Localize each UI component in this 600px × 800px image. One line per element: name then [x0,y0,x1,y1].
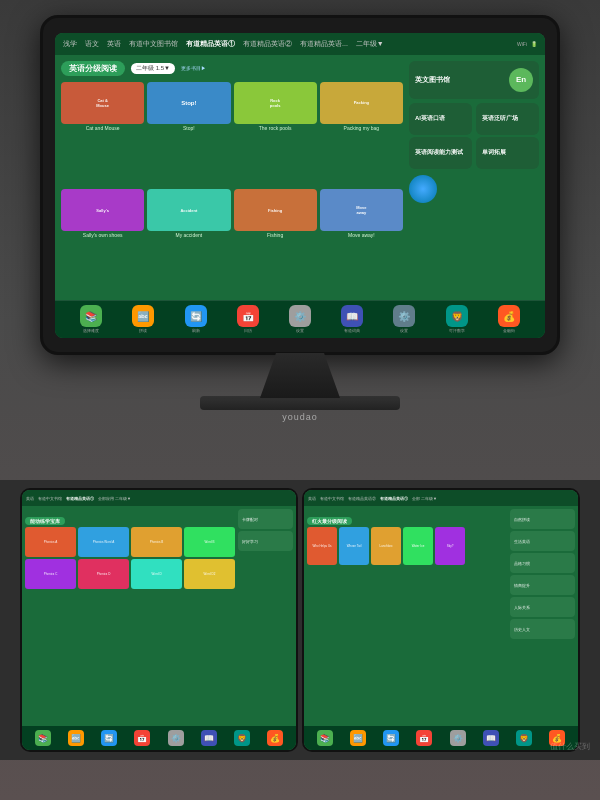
book-packing[interactable]: Packing Packing my bag [320,82,403,187]
bl-book-5[interactable]: Phonics C [25,559,76,589]
book-title-2: Stop! [183,125,195,131]
br-book-3[interactable]: Lunchbox [371,527,401,565]
bottom-tablets-section: 英语 有道中文书馆 有道精品英语① 全部应用 二年级▼ 能动练学宝库 Phoni… [0,480,600,760]
bl-book-3[interactable]: Phonics B [131,527,182,557]
br-app-2[interactable]: 🔤 [350,730,366,746]
more-books-link[interactable]: 更多书目▶ [181,65,206,71]
br-app-7[interactable]: 🦁 [516,730,532,746]
br-books-grid: Who Helps Us Whose Tail Lunchbox Water I… [307,527,507,565]
bl-app-8[interactable]: 💰 [267,730,283,746]
bl-app-4[interactable]: 📅 [134,730,150,746]
br-app-5[interactable]: ⚙️ [450,730,466,746]
br-book-5[interactable]: Sky? [435,527,465,565]
phonics-label: 拼读 [139,328,147,333]
book-fishing[interactable]: Fishing Fishing [234,189,317,294]
tab-premium-english-2[interactable]: 有道精品英语② [243,39,292,49]
tablet-main-content: 英语分级阅读 二年级 1.5▼ 更多书目▶ Cat &Mouse Cat and… [55,55,545,300]
br-tab-1[interactable]: 英语 [308,496,316,501]
app-bar: 📚 选择难度 🔤 拼读 🔄 刷新 📅 日历 ⚙️ 设置 [55,300,545,338]
bl-app-bar: 📚 🔤 🔄 📅 ⚙️ 📖 🦁 💰 [22,726,296,750]
bl-book-1[interactable]: Phonics A [25,527,76,557]
tablet-base [200,396,400,410]
tab-english[interactable]: 英语 [107,39,121,49]
br-app-1[interactable]: 📚 [317,730,333,746]
bl-app-1[interactable]: 📚 [35,730,51,746]
tab-premium-english-3[interactable]: 有道精品英语... [300,39,348,49]
br-card-2[interactable]: 生活英语 [510,531,575,551]
app-calendar[interactable]: 📅 日历 [237,305,259,333]
section-title-bar: 英语分级阅读 二年级 1.5▼ 更多书目▶ [61,61,403,76]
bl-tab-2[interactable]: 有道中文书馆 [38,496,62,501]
app-youdao-dict[interactable]: 📖 有道词典 [341,305,363,333]
br-card-4-title: 情商提升 [514,583,530,588]
bl-book-8[interactable]: Word D2 [184,559,235,589]
tab-chinese[interactable]: 语文 [85,39,99,49]
br-card-1[interactable]: 自然拼读 [510,509,575,529]
br-card-4[interactable]: 情商提升 [510,575,575,595]
br-app-3[interactable]: 🔄 [383,730,399,746]
br-tab-2[interactable]: 有道中文书馆 [320,496,344,501]
book-rock-pools[interactable]: Rockpools The rock pools [234,82,317,187]
bl-book-7[interactable]: Word D [131,559,182,589]
bl-tab-active[interactable]: 有道精品英语① [66,496,94,501]
tab-shallow-learning[interactable]: 浅学 [63,39,77,49]
br-app-6[interactable]: 📖 [483,730,499,746]
level-badge[interactable]: 二年级 1.5▼ [131,63,175,74]
book-cover-6: Accident [147,189,230,231]
tab-premium-english-1[interactable]: 有道精品英语① [186,39,235,49]
bl-tab-grade[interactable]: 全部应用 二年级▼ [98,496,131,501]
middle-cards-row: AI英语口语 英语泛听广场 [409,103,539,133]
vocab-expand-card[interactable]: 单词拓展 [476,137,539,169]
app-refresh[interactable]: 🔄 刷新 [185,305,207,333]
br-book-4[interactable]: Water Ice [403,527,433,565]
bl-book-2[interactable]: Phonics Word A [78,527,129,557]
bl-card-2[interactable]: 好好学习 [238,531,293,551]
english-listening-card[interactable]: 英语泛听广场 [476,103,539,135]
status-icons: WiFi 🔋 [517,41,537,47]
tab-cn-library[interactable]: 有道中文图书馆 [129,39,178,49]
br-tab-grade[interactable]: 全部 二年级▼ [412,496,437,501]
book-stop[interactable]: Stop! Stop! [147,82,230,187]
ai-english-title: AI英语口语 [415,114,445,123]
br-tab-active[interactable]: 有道精品英语① [380,496,408,501]
app-settings-2[interactable]: ⚙️ 设置 [393,305,415,333]
bl-tab-1[interactable]: 英语 [26,496,34,501]
br-book-1[interactable]: Who Helps Us [307,527,337,565]
br-app-4[interactable]: 📅 [416,730,432,746]
bl-card-1[interactable]: 卡牌配对 [238,509,293,529]
tab-grade-selector[interactable]: 二年级▼ [356,39,384,49]
bl-app-3[interactable]: 🔄 [101,730,117,746]
br-tab-3[interactable]: 有道精品英语② [348,496,376,501]
bottom-left-screen: 英语 有道中文书馆 有道精品英语① 全部应用 二年级▼ 能动练学宝库 Phoni… [22,490,296,750]
br-card-2-title: 生活英语 [514,539,530,544]
br-card-5[interactable]: 人际关系 [510,597,575,617]
br-book-2[interactable]: Whose Tail [339,527,369,565]
br-card-3[interactable]: 品格习惯 [510,553,575,573]
bl-book-6[interactable]: Phonics D [78,559,129,589]
phonics-icon: 🔤 [132,305,154,327]
bottom-right-nav: 英语 有道中文书馆 有道精品英语② 有道精品英语① 全部 二年级▼ [304,490,578,506]
bl-app-7[interactable]: 🦁 [234,730,250,746]
bl-app-2[interactable]: 🔤 [68,730,84,746]
book-accident[interactable]: Accident My accident [147,189,230,294]
brand-label: youdao [282,412,318,422]
bl-app-5[interactable]: ⚙️ [168,730,184,746]
app-finance[interactable]: 💰 金融街 [498,305,520,333]
book-title-8: Move away! [348,232,375,238]
ai-english-card[interactable]: AI英语口语 [409,103,472,135]
app-khan[interactable]: 🦁 可汗数学 [446,305,468,333]
book-move-away[interactable]: Moveaway Move away! [320,189,403,294]
br-card-6[interactable]: 历史人文 [510,619,575,639]
bl-app-6[interactable]: 📖 [201,730,217,746]
finance-icon: 💰 [498,305,520,327]
book-cat-mouse[interactable]: Cat &Mouse Cat and Mouse [61,82,144,187]
bl-book-4[interactable]: Word B [184,527,235,557]
blue-orb[interactable] [409,175,437,203]
english-library-card[interactable]: 英文图书馆 En [409,61,539,99]
book-sallys[interactable]: Sally's Sally's own shoes [61,189,144,294]
app-level-select[interactable]: 📚 选择难度 [80,305,102,333]
app-phonics[interactable]: 🔤 拼读 [132,305,154,333]
app-settings[interactable]: ⚙️ 设置 [289,305,311,333]
main-tablet: 浅学 语文 英语 有道中文图书馆 有道精品英语① 有道精品英语② 有道精品英语.… [40,15,560,355]
reading-test-card[interactable]: 英语阅读能力测试 [409,137,472,169]
